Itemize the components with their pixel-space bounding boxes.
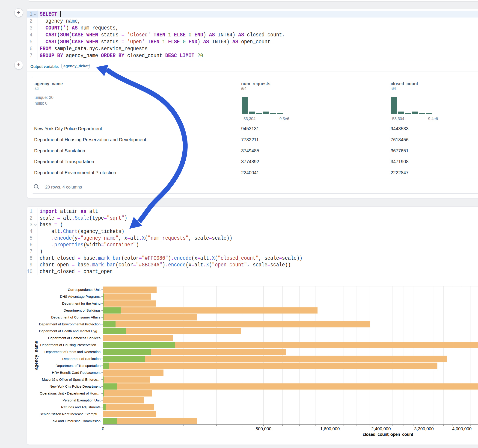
svg-text:Senior Citizen Rent Increase E: Senior Citizen Rent Increase Exempti… — [40, 412, 101, 416]
svg-text:1,600,000: 1,600,000 — [320, 426, 340, 431]
svg-text:Department of Parks and Recrea: Department of Parks and Recreation — [44, 350, 101, 354]
svg-text:New York City Police Departmen: New York City Police Department — [50, 384, 101, 388]
svg-text:0: 0 — [102, 426, 104, 431]
svg-text:Refunds and Adjustments: Refunds and Adjustments — [61, 405, 101, 409]
svg-text:Department for the Aging: Department for the Aging — [62, 301, 101, 305]
svg-text:Taxi and Limousine Commission: Taxi and Limousine Commission — [51, 419, 101, 423]
svg-text:Department of Homeless Service: Department of Homeless Services — [48, 336, 101, 340]
svg-text:HRA Benefit Card Replacement: HRA Benefit Card Replacement — [52, 371, 101, 374]
svg-text:4,000,000: 4,000,000 — [452, 426, 472, 431]
svg-text:Correspondence Unit: Correspondence Unit — [68, 288, 101, 292]
svg-text:DHS Advantage Programs: DHS Advantage Programs — [60, 294, 101, 299]
svg-text:Department of Health and Menta: Department of Health and Mental Hyg… — [39, 329, 101, 333]
svg-text:3,200,000: 3,200,000 — [414, 426, 434, 431]
svg-text:Department of Housing Preserva: Department of Housing Preservation … — [40, 343, 101, 347]
svg-text:800,000: 800,000 — [256, 426, 271, 431]
svg-text:Department of Sanitation: Department of Sanitation — [62, 357, 101, 361]
svg-text:Mayorâ€ s Office of Special En: Mayorâ€ s Office of Special Enforce… — [42, 378, 101, 381]
svg-text:Department of Consumer Affairs: Department of Consumer Affairs — [51, 315, 101, 319]
svg-text:agency_name: agency_name — [34, 341, 38, 370]
svg-text:Department of Environmental Pr: Department of Environmental Protection — [39, 322, 101, 326]
svg-text:2,400,000: 2,400,000 — [371, 426, 391, 431]
svg-text:Department of Buildings: Department of Buildings — [64, 308, 101, 312]
svg-text:Personal Exemption Unit: Personal Exemption Unit — [63, 398, 101, 402]
svg-text:Department of Transportation: Department of Transportation — [56, 364, 101, 367]
svg-text:Operations Unit - Department o: Operations Unit - Department of Hom… — [40, 391, 101, 395]
svg-text:closed_count, open_count: closed_count, open_count — [363, 432, 413, 437]
